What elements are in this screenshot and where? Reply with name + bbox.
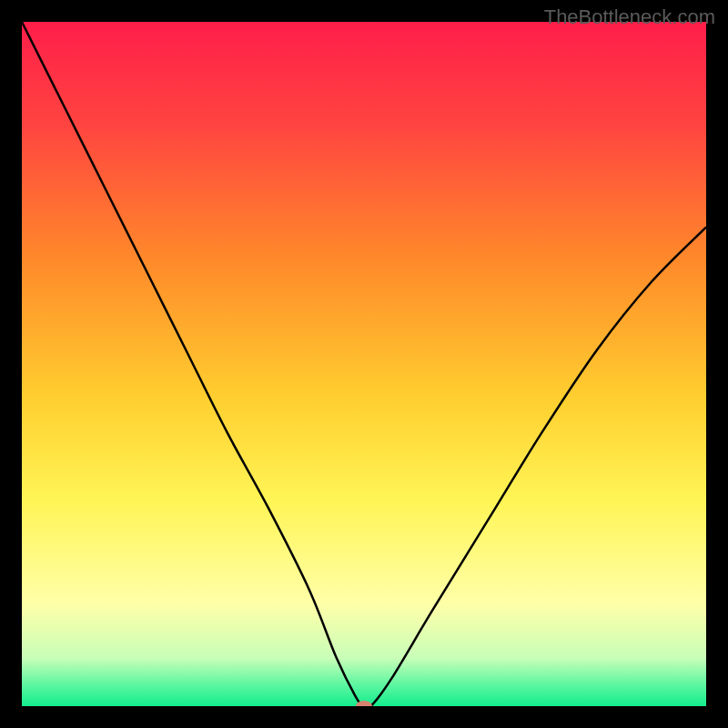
chart-container bbox=[22, 22, 706, 706]
chart-background bbox=[22, 22, 706, 706]
watermark-label: TheBottleneck.com bbox=[544, 5, 715, 29]
bottleneck-chart bbox=[22, 22, 706, 706]
